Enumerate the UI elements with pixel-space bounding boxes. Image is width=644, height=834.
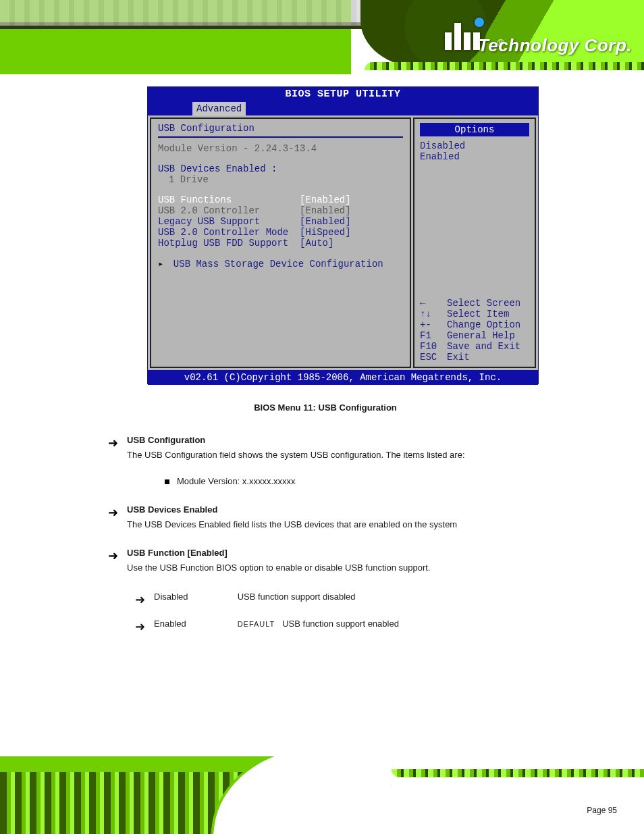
bios-module-version: Module Version - 2.24.3-13.4 xyxy=(158,143,403,154)
bios-usb-devices-heading: USB Devices Enabled : xyxy=(158,163,403,174)
bios-divider xyxy=(158,136,403,138)
brand-text: Technology Corp. xyxy=(478,35,632,56)
bios-item[interactable]: USB Functions [Enabled] xyxy=(158,194,403,205)
hint-label: Select Item xyxy=(447,309,509,319)
document-body: BIOS Menu 11: USB Configuration USB Conf… xyxy=(89,398,562,644)
page-footer-band: Page 95 xyxy=(0,756,644,834)
bios-item-label: Legacy USB Support xyxy=(158,216,300,227)
bullet-head: USB Function [Enabled] xyxy=(127,548,227,558)
bios-item-label: USB 2.0 Controller Mode xyxy=(158,227,300,238)
bios-item-value: [Enabled] xyxy=(300,216,351,227)
bios-item[interactable]: Hotplug USB FDD Support [Auto] xyxy=(158,238,403,249)
bullet-head: USB Devices Enabled xyxy=(127,504,217,515)
bios-tab-bar: Advanced xyxy=(148,102,538,115)
bios-footer: v02.61 (C)Copyright 1985-2006, American … xyxy=(148,370,538,385)
option-key: Enabled xyxy=(154,617,235,631)
bios-item-value: [Enabled] xyxy=(300,205,351,216)
doc-sub-bullet: Module Version: x.xxxxx.xxxxx xyxy=(89,476,562,486)
bios-item-value: [Auto] xyxy=(300,238,333,249)
hint-key: +- xyxy=(420,319,447,330)
bios-item-label: Hotplug USB FDD Support xyxy=(158,238,300,249)
bios-left-pane: USB Configuration Module Version - 2.24.… xyxy=(150,118,411,368)
page-number: Page 95 xyxy=(587,806,617,815)
hint-key: ↑↓ xyxy=(420,309,447,319)
hint-label: General Help xyxy=(447,330,515,341)
bios-usb-devices-value: 1 Drive xyxy=(158,174,403,185)
hint-label: Save and Exit xyxy=(447,341,520,352)
option-default: DEFAULT xyxy=(238,620,275,628)
bios-title-bar: BIOS SETUP UTILITY xyxy=(148,87,538,102)
footer-accent xyxy=(392,769,644,777)
doc-bullet: USB Configuration The USB Configuration … xyxy=(89,433,562,463)
figure-caption: BIOS Menu 11: USB Configuration xyxy=(89,402,562,413)
hint-label: Select Screen xyxy=(447,298,520,309)
page-header-band: ® Technology Corp. xyxy=(0,0,644,74)
hint-key: F1 xyxy=(420,330,447,341)
option-key: Disabled xyxy=(154,590,235,604)
option-desc: USB function support disabled xyxy=(238,592,356,602)
bios-option[interactable]: Disabled xyxy=(420,140,529,151)
hint-key: F10 xyxy=(420,341,447,352)
bullet-body: Use the USB Function BIOS option to enab… xyxy=(127,563,430,573)
doc-bullet: USB Function [Enabled] Use the USB Funct… xyxy=(89,546,562,575)
doc-option-row: Enabled DEFAULT USB function support ena… xyxy=(89,617,562,631)
bios-item[interactable]: Legacy USB Support [Enabled] xyxy=(158,216,403,227)
bullet-body: The USB Devices Enabled field lists the … xyxy=(127,519,457,529)
hint-key: ← xyxy=(420,298,447,309)
bios-item[interactable]: USB 2.0 Controller Mode [HiSpeed] xyxy=(158,227,403,238)
bios-section-title: USB Configuration xyxy=(158,123,403,134)
doc-option-row: Disabled USB function support disabled xyxy=(89,590,562,604)
hint-key: ESC xyxy=(420,352,447,363)
bios-item-label: USB 2.0 Controller xyxy=(158,205,300,216)
footer-curve xyxy=(209,756,396,834)
bullet-head: USB Configuration xyxy=(127,435,205,445)
header-accent xyxy=(365,62,644,70)
bios-item-value: [HiSpeed] xyxy=(300,227,351,238)
bios-item-label: USB Functions xyxy=(158,194,300,205)
bullet-body: The USB Configuration field shows the sy… xyxy=(127,450,465,460)
bios-key-hints: ←Select Screen ↑↓Select Item +-Change Op… xyxy=(420,298,529,363)
option-desc: USB function support enabled xyxy=(282,619,399,629)
bios-option[interactable]: Enabled xyxy=(420,151,529,162)
bios-options-title: Options xyxy=(420,123,529,136)
bios-window: BIOS SETUP UTILITY Advanced USB Configur… xyxy=(147,86,539,384)
bios-tab-advanced[interactable]: Advanced xyxy=(192,102,246,115)
hint-label: Exit xyxy=(447,352,470,363)
bios-submenu-label: USB Mass Storage Device Configuration xyxy=(173,259,383,269)
bios-item[interactable]: USB 2.0 Controller [Enabled] xyxy=(158,205,403,216)
bios-right-pane: Options Disabled Enabled ←Select Screen … xyxy=(413,118,536,368)
header-right-panel xyxy=(360,0,644,68)
bios-item-value: [Enabled] xyxy=(300,194,351,205)
doc-bullet: USB Devices Enabled The USB Devices Enab… xyxy=(89,502,562,532)
hint-label: Change Option xyxy=(447,319,520,330)
bios-submenu[interactable]: USB Mass Storage Device Configuration xyxy=(158,258,403,269)
